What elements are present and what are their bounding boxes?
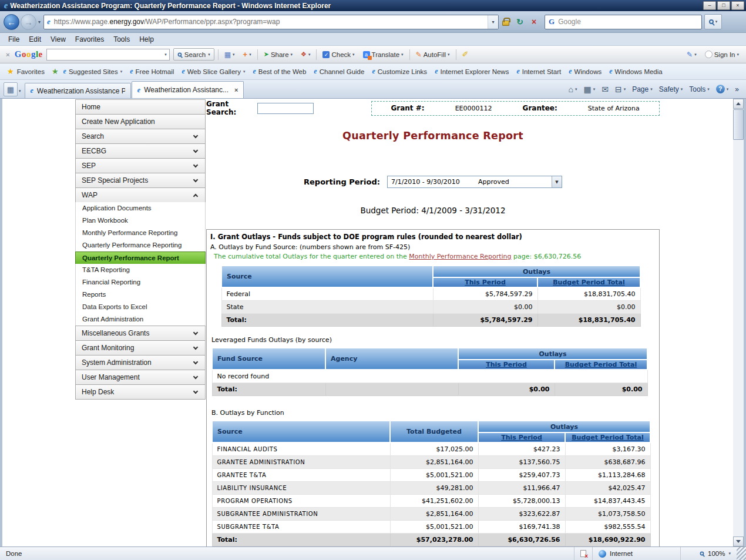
sidebar-item[interactable]: Grant Monitoring bbox=[75, 340, 206, 356]
close-toolbar-icon[interactable]: × bbox=[5, 51, 11, 58]
scroll-down-button[interactable] bbox=[733, 536, 744, 546]
highlighter-button[interactable]: ✐ bbox=[460, 48, 471, 61]
scrollbar-thumb[interactable] bbox=[733, 109, 744, 140]
share-button[interactable]: ➤Share▾ bbox=[261, 48, 295, 61]
stop-button[interactable]: × bbox=[527, 14, 541, 29]
sidebar-item[interactable]: Financial Reporting bbox=[75, 276, 206, 289]
sidebar-item[interactable]: Search bbox=[75, 129, 206, 144]
reporting-period-select[interactable]: 7/1/2010 - 9/30/2010 Approved ▼ bbox=[387, 176, 562, 188]
sidebar-item[interactable]: Data Exports to Excel bbox=[75, 301, 206, 314]
sidebar-item[interactable]: WAP bbox=[75, 187, 206, 203]
toolbar-options-button[interactable]: ✎▾ bbox=[684, 48, 699, 61]
forward-button[interactable]: → bbox=[21, 14, 36, 30]
sidebar-item[interactable]: Monthly Performance Reporting bbox=[75, 227, 206, 240]
this-period-link[interactable]: This Period bbox=[486, 361, 527, 368]
address-dropdown-caret-icon[interactable]: ▾ bbox=[488, 15, 498, 29]
bookmark-button[interactable]: ❖▾ bbox=[298, 48, 312, 61]
minimize-button[interactable]: – bbox=[703, 1, 716, 10]
this-period-link[interactable]: This Period bbox=[465, 279, 506, 286]
sidebar-item[interactable]: Quarterly Performance Report bbox=[75, 252, 206, 264]
read-mail-button[interactable]: ✉ bbox=[601, 85, 609, 94]
favorites-button[interactable]: ★ Favorites bbox=[5, 66, 47, 77]
scroll-up-button[interactable] bbox=[733, 99, 744, 109]
more-commands-button[interactable]: » bbox=[735, 85, 739, 93]
this-period-link[interactable]: This Period bbox=[501, 434, 542, 441]
favorite-item[interactable]: e Free Hotmail ▾ bbox=[130, 67, 174, 76]
feeds-button[interactable]: ▦▾ bbox=[583, 85, 595, 94]
col-header-budget-period-total[interactable]: Budget Period Total bbox=[565, 432, 650, 442]
col-header-this-period[interactable]: This Period bbox=[433, 277, 537, 287]
search-options-caret-icon[interactable]: ▾ bbox=[715, 19, 718, 24]
quick-tabs-button[interactable]: ▦ bbox=[4, 82, 18, 96]
monthly-performance-reporting-link[interactable]: Monthly Performance Reporting bbox=[409, 253, 511, 260]
browser-tab[interactable]: e Weatherization Assistanc... × bbox=[132, 81, 244, 98]
close-button[interactable]: × bbox=[731, 1, 744, 10]
browser-tab[interactable]: e Weatherization Assistance P... × bbox=[25, 83, 131, 98]
maximize-button[interactable]: □ bbox=[717, 1, 730, 10]
budget-period-total-link[interactable]: Budget Period Total bbox=[553, 279, 625, 286]
sign-in-button[interactable]: Sign In▾ bbox=[703, 48, 741, 61]
menu-item[interactable]: Tools bbox=[109, 34, 135, 45]
page-error-indicator[interactable]: × bbox=[574, 547, 592, 560]
menu-item[interactable]: Help bbox=[135, 34, 159, 45]
sidebar-item[interactable]: Grant Administration bbox=[75, 313, 206, 326]
budget-period-total-link[interactable]: Budget Period Total bbox=[565, 361, 637, 368]
sidebar-item[interactable]: Miscellaneous Grants bbox=[75, 326, 206, 341]
add-gadget-button[interactable]: +▾ bbox=[241, 48, 254, 61]
google-search-input[interactable]: ▾ bbox=[46, 49, 170, 61]
zoom-control[interactable]: 100% ▾ bbox=[680, 547, 737, 560]
favorite-item[interactable]: e Web Slice Gallery ▾ bbox=[182, 67, 245, 76]
col-header-this-period[interactable]: This Period bbox=[458, 360, 555, 370]
favorite-item[interactable]: e Windows Media ▾ bbox=[609, 67, 663, 76]
google-search-button[interactable]: Search ▾ bbox=[173, 48, 214, 61]
page-rank-button[interactable]: ▦▾ bbox=[222, 48, 237, 61]
sidebar-item[interactable]: EECBG bbox=[75, 143, 206, 159]
vertical-scrollbar[interactable] bbox=[733, 99, 744, 546]
page-menu[interactable]: Page▾ bbox=[632, 85, 653, 93]
print-button[interactable]: ⊟▾ bbox=[615, 85, 626, 94]
budget-period-total-link[interactable]: Budget Period Total bbox=[572, 434, 644, 441]
browser-search-input[interactable]: G Google bbox=[545, 15, 702, 29]
col-header-budget-period-total[interactable]: Budget Period Total bbox=[537, 277, 640, 287]
quick-tabs-caret-icon[interactable]: ▾ bbox=[19, 89, 21, 93]
security-report-button[interactable] bbox=[499, 14, 513, 29]
sidebar-item[interactable]: Reports bbox=[75, 289, 206, 301]
tools-menu[interactable]: Tools▾ bbox=[689, 85, 710, 93]
favorite-item[interactable]: e Channel Guide ▾ bbox=[314, 67, 364, 76]
spell-check-button[interactable]: ✓Check▾ bbox=[320, 48, 357, 61]
col-header-this-period[interactable]: This Period bbox=[478, 432, 565, 442]
favorite-item[interactable]: e Customize Links ▾ bbox=[372, 67, 427, 76]
add-favorite-button[interactable]: ★ bbox=[51, 66, 60, 77]
google-toolbar-logo[interactable]: Google bbox=[15, 49, 43, 59]
sidebar-item[interactable]: Quarterly Performance Reporting bbox=[75, 239, 206, 252]
favorite-item[interactable]: e Internet Explorer News ▾ bbox=[435, 67, 509, 76]
sidebar-item[interactable]: SEP Special Projects bbox=[75, 173, 206, 188]
menu-item[interactable]: File bbox=[4, 34, 24, 45]
resize-grip[interactable] bbox=[737, 547, 746, 560]
sidebar-item[interactable]: Create New Application bbox=[75, 114, 206, 129]
tab-close-icon[interactable]: × bbox=[234, 86, 238, 93]
menu-item[interactable]: Edit bbox=[24, 34, 46, 45]
menu-item[interactable]: Favorites bbox=[70, 34, 109, 45]
menu-item[interactable]: View bbox=[46, 34, 70, 45]
favorite-item[interactable]: e Windows ▾ bbox=[569, 67, 601, 76]
google-search-caret-icon[interactable]: ▾ bbox=[162, 52, 169, 57]
grant-search-input[interactable] bbox=[257, 103, 314, 114]
favorite-item[interactable]: e Internet Start ▾ bbox=[516, 67, 561, 76]
favorite-item[interactable]: e Best of the Web ▾ bbox=[253, 67, 306, 76]
autofill-button[interactable]: ✎AutoFill▾ bbox=[414, 48, 452, 61]
sidebar-item[interactable]: Plan Workbook bbox=[75, 214, 206, 227]
sidebar-item[interactable]: SEP bbox=[75, 158, 206, 173]
refresh-button[interactable]: ↻ bbox=[513, 14, 527, 29]
translate-button[interactable]: aTranslate▾ bbox=[361, 48, 406, 61]
back-button[interactable]: ← bbox=[4, 14, 19, 30]
search-go-button[interactable]: ▾ bbox=[704, 14, 722, 29]
home-button[interactable]: ⌂▾ bbox=[568, 85, 577, 94]
sidebar-item[interactable]: User Management bbox=[75, 370, 206, 385]
sidebar-item[interactable]: System Administration bbox=[75, 355, 206, 370]
sidebar-item[interactable]: Application Documents bbox=[75, 202, 206, 215]
sidebar-item[interactable]: T&TA Reporting bbox=[75, 264, 206, 277]
col-header-budget-period-total[interactable]: Budget Period Total bbox=[555, 360, 647, 370]
sidebar-item[interactable]: Home bbox=[75, 99, 206, 115]
nav-history-caret-icon[interactable]: ▾ bbox=[38, 19, 41, 25]
